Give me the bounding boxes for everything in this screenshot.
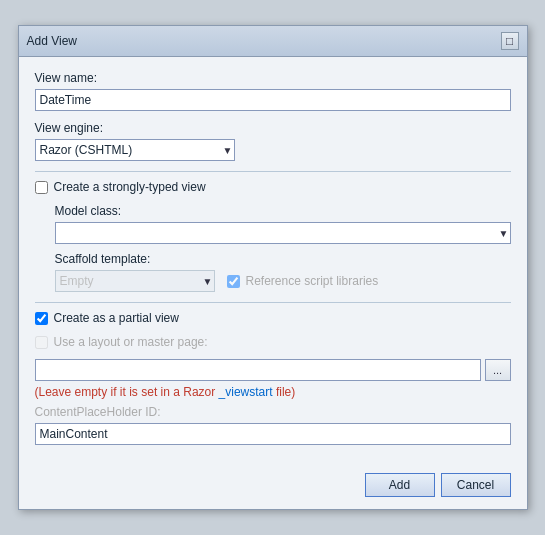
view-name-input[interactable] — [35, 89, 511, 111]
layout-path-input[interactable] — [35, 359, 481, 381]
dialog-content: View name: View engine: Razor (CSHTML) A… — [19, 57, 527, 465]
dialog-titlebar: Add View □ — [19, 26, 527, 57]
reference-scripts-label: Reference script libraries — [246, 274, 379, 288]
view-name-label: View name: — [35, 71, 511, 85]
reference-scripts-checkbox[interactable] — [227, 275, 240, 288]
reference-scripts-row: Reference script libraries — [227, 274, 379, 288]
scaffold-template-section: Scaffold template: Empty Create Delete D… — [55, 252, 511, 292]
strongly-typed-label[interactable]: Create a strongly-typed view — [54, 180, 206, 194]
add-button[interactable]: Add — [365, 473, 435, 497]
hint-after: file) — [273, 385, 296, 399]
contentplaceholder-label: ContentPlaceHolder ID: — [35, 405, 511, 419]
divider-2 — [35, 302, 511, 303]
close-icon: □ — [506, 34, 513, 48]
view-engine-section: View engine: Razor (CSHTML) ASPX ▼ — [35, 121, 511, 161]
model-class-wrapper: ▼ — [55, 222, 511, 244]
scaffold-template-select[interactable]: Empty Create Delete Details Edit List — [55, 270, 215, 292]
view-engine-label: View engine: — [35, 121, 511, 135]
view-name-section: View name: — [35, 71, 511, 111]
hint-text: (Leave empty if it is set in a Razor _vi… — [35, 385, 511, 399]
model-class-input[interactable] — [55, 222, 511, 244]
partial-view-row: Create as a partial view — [35, 311, 511, 325]
use-layout-label: Use a layout or master page: — [54, 335, 208, 349]
strongly-typed-checkbox[interactable] — [35, 181, 48, 194]
close-button[interactable]: □ — [501, 32, 519, 50]
partial-view-label[interactable]: Create as a partial view — [54, 311, 179, 325]
model-class-section: Model class: ▼ Scaffold template: Empty … — [55, 204, 511, 292]
scaffold-row: Empty Create Delete Details Edit List ▼ — [55, 270, 511, 292]
scaffold-template-label: Scaffold template: — [55, 252, 511, 266]
partial-view-section: Create as a partial view Use a layout or… — [35, 311, 511, 445]
dialog-container: Add View □ View name: View engine: Razor… — [18, 25, 528, 510]
strongly-typed-row: Create a strongly-typed view — [35, 180, 511, 194]
hint-before: (Leave empty if it is set in a Razor — [35, 385, 219, 399]
model-class-label: Model class: — [55, 204, 511, 218]
layout-path-row: ... — [35, 359, 511, 381]
cancel-button[interactable]: Cancel — [441, 473, 511, 497]
scaffold-dropdown-wrapper: Empty Create Delete Details Edit List ▼ — [55, 270, 215, 292]
use-layout-checkbox[interactable] — [35, 336, 48, 349]
browse-button[interactable]: ... — [485, 359, 511, 381]
partial-view-checkbox[interactable] — [35, 312, 48, 325]
divider-1 — [35, 171, 511, 172]
dialog-title: Add View — [27, 34, 77, 48]
view-engine-dropdown-wrapper: Razor (CSHTML) ASPX ▼ — [35, 139, 235, 161]
view-engine-select[interactable]: Razor (CSHTML) ASPX — [35, 139, 235, 161]
use-layout-row: Use a layout or master page: — [35, 335, 511, 349]
dialog-footer: Add Cancel — [19, 465, 527, 509]
add-view-dialog: Add View □ View name: View engine: Razor… — [18, 25, 528, 510]
contentplaceholder-input[interactable] — [35, 423, 511, 445]
hint-link[interactable]: _viewstart — [219, 385, 273, 399]
